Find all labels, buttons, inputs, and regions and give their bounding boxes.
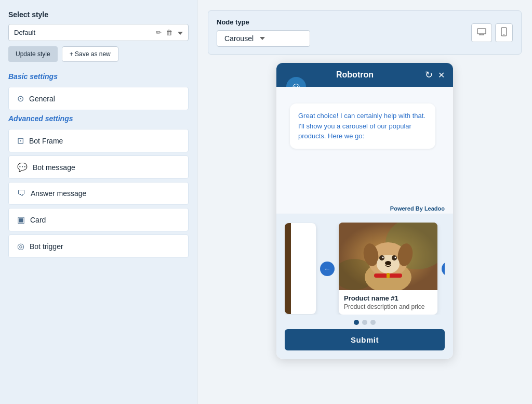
card-icon: ▣ bbox=[17, 215, 25, 225]
chat-preview-wrapper: ☺ Robotron ↻ ✕ Great choice! I can certa… bbox=[208, 63, 522, 359]
dot-1[interactable] bbox=[354, 320, 359, 325]
svg-point-16 bbox=[382, 257, 384, 258]
delete-style-btn[interactable]: 🗑 bbox=[165, 28, 174, 37]
mobile-view-btn[interactable] bbox=[495, 23, 513, 42]
right-panel: Node type Carousel bbox=[197, 0, 532, 404]
svg-point-17 bbox=[395, 257, 396, 258]
target-icon: ◎ bbox=[17, 241, 24, 251]
svg-point-15 bbox=[392, 255, 397, 260]
carousel-next-btn[interactable]: → bbox=[442, 262, 445, 276]
product-name-1: Product name #1 bbox=[344, 294, 432, 302]
update-style-btn[interactable]: Update style bbox=[8, 46, 58, 62]
carousel-prev-btn[interactable]: ← bbox=[320, 262, 335, 276]
menu-item-card-label: Card bbox=[30, 216, 46, 224]
node-type-label: Node type bbox=[217, 18, 471, 26]
edit-style-btn[interactable]: ✏ bbox=[155, 28, 163, 37]
desktop-view-btn[interactable] bbox=[471, 23, 492, 42]
menu-item-bot-frame[interactable]: ⊡ Bot Frame bbox=[8, 129, 189, 152]
leadoo-brand: Leadoo bbox=[424, 205, 445, 212]
svg-point-18 bbox=[385, 261, 391, 265]
dot-3[interactable] bbox=[370, 320, 376, 325]
style-select-row: Default ✏ 🗑 bbox=[8, 24, 189, 41]
dog-image-svg bbox=[339, 223, 437, 290]
view-toggle bbox=[471, 23, 513, 42]
style-value: Default bbox=[14, 29, 35, 36]
menu-item-card[interactable]: ▣ Card bbox=[8, 208, 189, 231]
style-select-icons: ✏ 🗑 bbox=[155, 28, 183, 37]
node-type-select: Carousel bbox=[217, 30, 471, 47]
product-card-image-1 bbox=[339, 223, 437, 290]
product-card-info-1: Product name #1 Product description and … bbox=[339, 290, 437, 315]
dropdown-icon bbox=[176, 29, 183, 36]
dot-2[interactable] bbox=[362, 320, 367, 325]
chat-header-icons: ↻ ✕ bbox=[425, 69, 445, 81]
close-icon[interactable]: ✕ bbox=[438, 70, 445, 80]
product-desc-1: Product description and price bbox=[344, 303, 432, 310]
carousel-section: ← bbox=[276, 214, 453, 359]
powered-by-text: Powered By bbox=[390, 205, 424, 212]
chat-outline-icon: 🗨 bbox=[17, 189, 25, 198]
chat-header-title: Robotron bbox=[285, 70, 425, 80]
svg-rect-20 bbox=[387, 273, 390, 278]
chat-window: ☺ Robotron ↻ ✕ Great choice! I can certa… bbox=[276, 63, 453, 359]
menu-item-bot-message[interactable]: 💬 Bot message bbox=[8, 155, 189, 179]
menu-item-bot-frame-label: Bot Frame bbox=[29, 137, 63, 145]
node-select-dropdown[interactable]: Carousel bbox=[217, 30, 310, 47]
carousel-dropdown-chevron bbox=[260, 37, 265, 40]
basic-settings-title: Basic settings bbox=[8, 72, 189, 81]
refresh-icon[interactable]: ↻ bbox=[425, 69, 433, 81]
frame-icon: ⊡ bbox=[17, 136, 24, 146]
card-partial-bar bbox=[285, 223, 291, 314]
chat-bubble: Great choice! I can certainly help with … bbox=[290, 103, 435, 149]
style-select-box[interactable]: Default ✏ 🗑 bbox=[8, 24, 189, 41]
menu-item-answer-message[interactable]: 🗨 Answer message bbox=[8, 182, 189, 205]
powered-by-bar: Powered By Leadoo bbox=[276, 201, 453, 214]
layers-icon: ⊙ bbox=[17, 94, 24, 103]
card-partial-left bbox=[285, 223, 316, 314]
carousel-dots bbox=[285, 320, 445, 325]
bot-message-text: Great choice! I can certainly help with … bbox=[298, 112, 425, 140]
menu-item-answer-message-label: Answer message bbox=[31, 189, 86, 198]
submit-btn[interactable]: Submit bbox=[285, 329, 445, 350]
select-style-label: Select style bbox=[8, 10, 189, 19]
menu-item-general-label: General bbox=[29, 95, 55, 103]
carousel-option-label: Carousel bbox=[224, 34, 254, 43]
save-as-new-btn[interactable]: + Save as new bbox=[62, 46, 118, 62]
chat-header: ☺ Robotron ↻ ✕ bbox=[276, 63, 453, 87]
left-panel: Select style Default ✏ 🗑 Update style + … bbox=[0, 0, 197, 404]
node-type-bar: Node type Carousel bbox=[208, 10, 522, 55]
action-row: Update style + Save as new bbox=[8, 46, 189, 62]
menu-item-general[interactable]: ⊙ General bbox=[8, 87, 189, 110]
menu-item-bot-message-label: Bot message bbox=[33, 163, 75, 172]
advanced-settings-title: Advanced settings bbox=[8, 114, 189, 123]
svg-rect-0 bbox=[477, 29, 486, 34]
chat-icon: 💬 bbox=[17, 162, 28, 172]
product-card-1: Product name #1 Product description and … bbox=[339, 223, 437, 315]
svg-point-14 bbox=[379, 255, 384, 260]
carousel-track: ← bbox=[285, 223, 445, 315]
node-type-left: Node type Carousel bbox=[217, 18, 471, 47]
menu-item-bot-trigger[interactable]: ◎ Bot trigger bbox=[8, 234, 189, 258]
chat-body: Great choice! I can certainly help with … bbox=[276, 87, 453, 201]
svg-point-5 bbox=[503, 34, 504, 35]
menu-item-bot-trigger-label: Bot trigger bbox=[30, 242, 63, 251]
